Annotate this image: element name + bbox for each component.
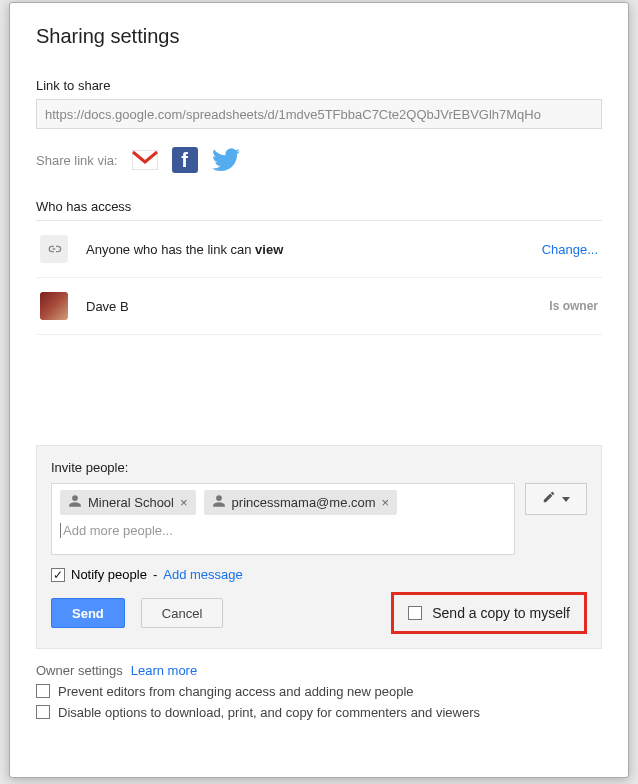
- owner-settings: Owner settings Learn more Prevent editor…: [36, 663, 602, 720]
- link-sharing-icon: [40, 235, 68, 263]
- invite-button-row: Send Cancel Send a copy to myself: [51, 592, 587, 634]
- link-to-share-input[interactable]: [36, 99, 602, 129]
- notify-people-label: Notify people: [71, 567, 147, 582]
- owner-name: Dave B: [86, 299, 531, 314]
- link-sharing-mode: view: [255, 242, 283, 257]
- gmail-icon[interactable]: [132, 150, 158, 170]
- pencil-icon: [542, 490, 556, 508]
- chip-label: Mineral School: [88, 495, 174, 510]
- link-sharing-description: Anyone who has the link can view: [86, 242, 524, 257]
- chip-remove-icon[interactable]: ×: [382, 495, 390, 510]
- owner-tag: Is owner: [549, 299, 598, 313]
- send-copy-label: Send a copy to myself: [432, 605, 570, 621]
- invite-people-input[interactable]: Mineral School × princessmama@me.com × A…: [51, 483, 515, 555]
- chip-label: princessmama@me.com: [232, 495, 376, 510]
- invite-chip[interactable]: Mineral School ×: [60, 490, 196, 515]
- access-list: Anyone who has the link can view Change.…: [36, 221, 602, 335]
- who-has-access-heading: Who has access: [36, 199, 602, 214]
- person-icon: [68, 494, 82, 511]
- sharing-settings-dialog: Sharing settings Link to share Share lin…: [9, 2, 629, 778]
- dialog-title: Sharing settings: [36, 25, 602, 48]
- disable-download-label: Disable options to download, print, and …: [58, 705, 480, 720]
- send-button[interactable]: Send: [51, 598, 125, 628]
- chip-remove-icon[interactable]: ×: [180, 495, 188, 510]
- learn-more-link[interactable]: Learn more: [131, 663, 197, 678]
- prevent-editors-checkbox[interactable]: [36, 684, 50, 698]
- owner-settings-title: Owner settings: [36, 663, 123, 678]
- add-message-link[interactable]: Add message: [163, 567, 243, 582]
- invite-people-label: Invite people:: [51, 460, 587, 475]
- twitter-icon[interactable]: [212, 148, 240, 172]
- change-link-sharing-button[interactable]: Change...: [542, 242, 598, 257]
- facebook-icon[interactable]: f: [172, 147, 198, 173]
- disable-download-checkbox[interactable]: [36, 705, 50, 719]
- access-row-owner: Dave B Is owner: [36, 278, 602, 335]
- prevent-editors-label: Prevent editors from changing access and…: [58, 684, 414, 699]
- invite-panel: Invite people: Mineral School ×: [36, 445, 602, 649]
- share-link-via-row: Share link via: f: [36, 147, 602, 173]
- notify-separator: -: [153, 567, 157, 582]
- invite-chip[interactable]: princessmama@me.com ×: [204, 490, 398, 515]
- person-icon: [212, 494, 226, 511]
- invite-row: Mineral School × princessmama@me.com × A…: [51, 483, 587, 555]
- notify-row: Notify people - Add message: [51, 567, 587, 582]
- chevron-down-icon: [562, 497, 570, 502]
- add-more-people-placeholder: Add more people...: [60, 523, 506, 538]
- access-row-link-sharing: Anyone who has the link can view Change.…: [36, 221, 602, 278]
- permission-picker-button[interactable]: [525, 483, 587, 515]
- notify-people-checkbox[interactable]: [51, 568, 65, 582]
- cancel-button[interactable]: Cancel: [141, 598, 223, 628]
- send-copy-to-myself-group: Send a copy to myself: [391, 592, 587, 634]
- send-copy-checkbox[interactable]: [408, 606, 422, 620]
- share-link-via-label: Share link via:: [36, 153, 118, 168]
- invite-chips: Mineral School × princessmama@me.com ×: [60, 490, 506, 515]
- link-to-share-label: Link to share: [36, 78, 602, 93]
- link-sharing-prefix: Anyone who has the link can: [86, 242, 255, 257]
- owner-avatar: [40, 292, 68, 320]
